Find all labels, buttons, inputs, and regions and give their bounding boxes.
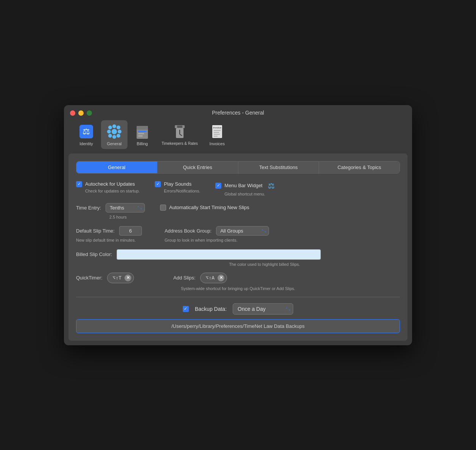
checkboxes-row: ✓ Autocheck for Updates Check for update… — [76, 181, 400, 196]
tab-categories-topics[interactable]: Categories & Topics — [319, 161, 400, 173]
time-entry-select-wrapper: Tenths Hundredths Minutes — [106, 203, 145, 213]
svg-rect-15 — [138, 135, 143, 137]
svg-rect-26 — [214, 134, 220, 135]
add-slips-label: Add Slips: — [173, 275, 196, 281]
slip-time-label: Default Slip Time: — [76, 228, 115, 234]
preferences-window: Preferences - General ⚖ Identity — [64, 105, 412, 345]
quicktimer-group: QuickTimer: ⌥⇧T ✕ — [76, 273, 134, 283]
add-slips-badge: ⌥⇧A ✕ — [200, 273, 227, 283]
slip-time-row: Default Slip Time: — [76, 226, 142, 236]
svg-point-9 — [108, 134, 112, 138]
time-entry-select[interactable]: Tenths Hundredths Minutes — [106, 203, 145, 213]
time-entry-row: Time Entry: Tenths Hundredths Minutes — [76, 203, 145, 213]
svg-rect-24 — [214, 130, 221, 131]
svg-rect-14 — [138, 133, 144, 134]
menu-bar-group: ✓ Menu Bar Widget ⚖ Global shortcut menu… — [215, 181, 274, 196]
backup-frequency-wrapper: Once a Day Once a Week Never — [233, 303, 293, 315]
toolbar-label-timekeepers: Timekeepers & Rates — [162, 141, 198, 146]
add-slips-clear-button[interactable]: ✕ — [218, 275, 224, 281]
address-book-sublabel: Group to look in when importing clients. — [165, 238, 269, 242]
menu-bar-row: ✓ Menu Bar Widget ⚖ — [215, 181, 274, 190]
svg-rect-20 — [177, 126, 182, 128]
time-entry-group: Time Entry: Tenths Hundredths Minutes 2.… — [76, 203, 145, 219]
address-book-label: Address Book Group: — [165, 228, 212, 234]
autocheck-sublabel: Check for updates on startup. — [85, 189, 140, 193]
billed-slip-color-swatch[interactable] — [117, 249, 321, 260]
backup-frequency-select[interactable]: Once a Day Once a Week Never — [233, 303, 293, 315]
divider — [76, 297, 400, 297]
billed-slip-color-sublabel: The color used to highlight billed Slips… — [129, 262, 400, 267]
time-entry-sublabel: 2.5 hours — [109, 215, 145, 219]
backup-path[interactable]: /Users/perry/Library/Preferences/TimeNet… — [76, 319, 400, 333]
toolbar-label-general: General — [107, 141, 121, 146]
play-sounds-group: ✓ Play Sounds Errors/Notifications. — [155, 181, 200, 193]
address-book-select[interactable]: All Groups Clients Contacts — [216, 226, 269, 236]
play-sounds-label: Play Sounds — [164, 181, 191, 187]
billed-slip-color-label: Billed Slip Color: — [76, 251, 112, 257]
traffic-lights — [70, 110, 92, 116]
close-button[interactable] — [70, 110, 75, 116]
svg-rect-25 — [214, 132, 219, 133]
billed-slip-color-row: Billed Slip Color: — [76, 249, 400, 260]
svg-point-8 — [117, 126, 120, 129]
add-slips-shortcut: ⌥⇧A — [206, 275, 215, 281]
address-book-row: Address Book Group: All Groups Clients C… — [165, 226, 269, 236]
auto-start-label: Automatically Start Timing New Slips — [169, 205, 249, 210]
tab-text-substitutions[interactable]: Text Substitutions — [238, 161, 319, 173]
slip-time-input[interactable] — [119, 226, 142, 236]
tab-general[interactable]: General — [76, 161, 157, 173]
play-sounds-sublabel: Errors/Notifications. — [164, 189, 200, 193]
toolbar-item-general[interactable]: General — [101, 120, 128, 149]
titlebar: Preferences - General ⚖ Identity — [64, 105, 412, 149]
autocheck-group: ✓ Autocheck for Updates Check for update… — [76, 181, 140, 193]
auto-start-checkbox[interactable] — [160, 205, 166, 211]
toolbar-item-identity[interactable]: ⚖ Identity — [73, 120, 100, 149]
main-content: General Quick Entries Text Substitutions… — [68, 154, 408, 341]
svg-point-5 — [107, 130, 111, 133]
identity-icon: ⚖ — [78, 123, 95, 140]
svg-text:Invoice: Invoice — [213, 126, 221, 129]
toolbar-label-invoices: Invoices — [210, 141, 225, 146]
toolbar-item-invoices[interactable]: Invoice Invoices — [204, 120, 230, 149]
general-icon — [106, 123, 123, 140]
svg-point-2 — [112, 129, 117, 134]
svg-rect-12 — [137, 126, 148, 130]
slip-address-section: Default Slip Time: New slip default time… — [76, 226, 400, 242]
svg-point-4 — [112, 135, 116, 139]
play-sounds-row: ✓ Play Sounds — [155, 181, 200, 187]
svg-point-7 — [108, 126, 112, 129]
toolbar-item-timekeepers[interactable]: Timekeepers & Rates — [157, 120, 202, 149]
menu-bar-sublabel: Global shortcut menu. — [224, 192, 274, 196]
minimize-button[interactable] — [78, 110, 84, 116]
quicktimer-clear-button[interactable]: ✕ — [124, 275, 131, 281]
svg-point-6 — [118, 130, 121, 133]
time-entry-label: Time Entry: — [76, 205, 101, 211]
address-book-group: Address Book Group: All Groups Clients C… — [165, 226, 269, 242]
toolbar: ⚖ Identity — [73, 120, 230, 149]
toolbar-label-identity: Identity — [79, 141, 93, 146]
svg-rect-13 — [138, 131, 146, 132]
auto-start-row: Automatically Start Timing New Slips — [160, 205, 249, 211]
backup-checkbox[interactable]: ✓ — [183, 306, 189, 312]
slip-time-group: Default Slip Time: New slip default time… — [76, 226, 142, 242]
backup-label: Backup Data: — [195, 306, 227, 312]
invoices-icon: Invoice — [209, 123, 226, 140]
toolbar-label-billing: Billing — [137, 141, 148, 146]
play-sounds-checkbox[interactable]: ✓ — [155, 181, 161, 187]
menu-bar-checkbox[interactable]: ✓ — [215, 183, 221, 189]
time-entry-section: Time Entry: Tenths Hundredths Minutes 2.… — [76, 203, 400, 219]
backup-row: ✓ Backup Data: Once a Day Once a Week Ne… — [76, 303, 400, 315]
maximize-button[interactable] — [87, 110, 92, 116]
add-slips-group: Add Slips: ⌥⇧A ✕ — [173, 273, 227, 283]
tab-quick-entries[interactable]: Quick Entries — [157, 161, 238, 173]
auto-start-group: Automatically Start Timing New Slips — [160, 203, 249, 212]
window-title: Preferences - General — [212, 110, 264, 116]
address-book-select-wrapper: All Groups Clients Contacts — [216, 226, 269, 236]
toolbar-item-billing[interactable]: Billing — [129, 120, 156, 149]
billing-icon — [134, 123, 151, 140]
autocheck-checkbox[interactable]: ✓ — [76, 181, 82, 187]
autocheck-label: Autocheck for Updates — [85, 181, 135, 187]
menu-bar-widget-icon: ⚖ — [268, 181, 275, 190]
slip-time-sublabel: New slip default time in minutes. — [76, 238, 142, 242]
timekeepers-icon — [171, 123, 188, 140]
